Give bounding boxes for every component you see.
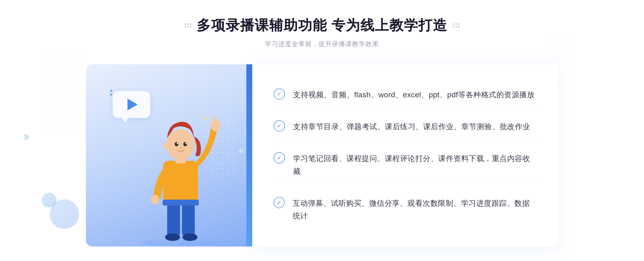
dot <box>187 26 189 28</box>
feature-item-1: ✓ 支持视频、音频、flash、word、excel、ppt、pdf等各种格式的… <box>274 84 537 106</box>
check-mark-3: ✓ <box>277 155 282 161</box>
dot <box>190 26 191 28</box>
check-mark-1: ✓ <box>277 91 282 97</box>
svg-rect-16 <box>163 200 199 206</box>
dot <box>184 23 186 25</box>
dot <box>455 23 457 25</box>
check-icon-4: ✓ <box>274 197 285 208</box>
svg-point-8 <box>151 195 159 204</box>
check-mark-2: ✓ <box>277 123 282 129</box>
dot <box>187 23 189 25</box>
svg-point-13 <box>177 143 178 144</box>
arrow-left-decoration: » <box>24 129 29 143</box>
dot <box>455 26 457 28</box>
panel-arrows: « <box>239 145 244 156</box>
svg-rect-5 <box>163 161 198 205</box>
main-title: 多项录播课辅助功能 专为线上教学打造 <box>197 16 447 35</box>
decorator-dots-left <box>184 23 191 28</box>
dot <box>190 23 191 25</box>
svg-point-12 <box>183 142 187 146</box>
header-section: 多项录播课辅助功能 专为线上教学打造 学习进度全掌握，提升录播课教学效果 <box>184 16 460 48</box>
dot <box>453 26 454 28</box>
feature-item-3: ✓ 学习笔记回看、课程提问、课程评论打分、课件资料下载，重点内容收藏 <box>274 147 537 183</box>
check-icon-2: ✓ <box>274 120 285 132</box>
svg-point-19 <box>201 116 203 117</box>
svg-point-18 <box>212 114 214 116</box>
svg-point-3 <box>165 233 180 241</box>
svg-point-0 <box>142 239 217 246</box>
bubble-tail <box>121 117 128 123</box>
sparkle-dots <box>110 90 112 96</box>
svg-point-14 <box>185 143 187 144</box>
dot <box>458 23 460 25</box>
dot <box>458 26 460 28</box>
left-panel: « <box>86 64 252 247</box>
check-icon-3: ✓ <box>274 152 285 163</box>
header-decorators: 多项录播课辅助功能 专为线上教学打造 <box>184 16 460 35</box>
svg-point-11 <box>175 142 178 146</box>
svg-rect-7 <box>214 117 217 128</box>
feature-text-2: 支持章节目录、弹题考试、课后练习、课后作业、章节测验、批改作业 <box>293 120 530 133</box>
panel-stripe <box>246 64 252 247</box>
check-mark-4: ✓ <box>277 200 281 206</box>
svg-point-4 <box>182 233 197 241</box>
sparkle-dot-2 <box>110 94 112 96</box>
page-container: » 多项录播课辅助功能 专为线上教学打造 学习进度全掌握，提升 <box>0 0 644 261</box>
person-illustration <box>128 96 230 247</box>
sparkle-dot-1 <box>110 90 112 92</box>
right-panel: ✓ 支持视频、音频、flash、word、excel、ppt、pdf等各种格式的… <box>252 64 558 247</box>
svg-rect-2 <box>182 201 195 236</box>
feature-item-2: ✓ 支持章节目录、弹题考试、课后练习、课后作业、章节测验、批改作业 <box>274 115 537 138</box>
bg-dots-left <box>42 48 90 129</box>
subtitle: 学习进度全掌握，提升录播课教学效果 <box>184 40 460 48</box>
feature-text-3: 学习笔记回看、课程提问、课程评论打分、课件资料下载，重点内容收藏 <box>293 152 537 178</box>
feature-text-1: 支持视频、音频、flash、word、excel、ppt、pdf等各种格式的资源… <box>293 88 535 101</box>
svg-point-10 <box>167 129 195 160</box>
feature-item-4: ✓ 互动弹幕、试听购买、微信分享、观看次数限制、学习进度跟踪、数据统计 <box>274 192 537 227</box>
check-icon-1: ✓ <box>274 88 285 100</box>
svg-point-15 <box>164 141 169 149</box>
svg-point-17 <box>206 118 209 121</box>
circle-decoration-small <box>42 193 56 207</box>
content-area: « ✓ 支持视频、音频、flash、word、excel、ppt、pdf等各种格… <box>86 64 558 247</box>
decorator-dots-right <box>453 23 460 28</box>
feature-text-4: 互动弹幕、试听购买、微信分享、观看次数限制、学习进度跟踪、数据统计 <box>293 197 537 222</box>
dot <box>184 26 186 28</box>
dot <box>453 23 454 25</box>
svg-rect-1 <box>167 201 180 236</box>
